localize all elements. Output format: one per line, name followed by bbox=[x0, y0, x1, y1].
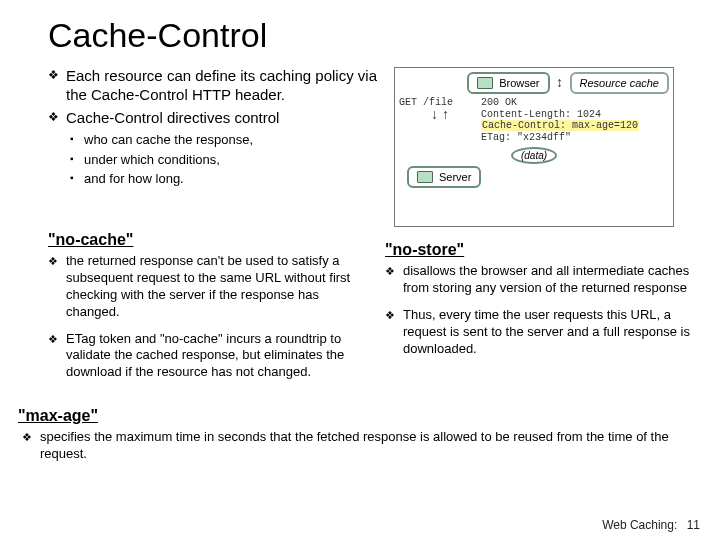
browser-label: Browser bbox=[499, 77, 539, 89]
directives-columns: "no-cache" the returned response can't b… bbox=[48, 221, 692, 391]
no-store-heading: "no-store" bbox=[385, 241, 692, 259]
top-row: Each resource can define its caching pol… bbox=[48, 67, 692, 227]
no-cache-bullet-2: ETag token and "no-cache" incurs a round… bbox=[48, 331, 355, 382]
max-age-heading: "max-age" bbox=[18, 407, 692, 425]
intro-sub-3: and for how long. bbox=[48, 170, 378, 188]
page-title: Cache-Control bbox=[48, 16, 692, 55]
intro-text-block: Each resource can define its caching pol… bbox=[48, 67, 378, 190]
data-oval: (data) bbox=[511, 147, 557, 164]
intro-bullet-1: Each resource can define its caching pol… bbox=[48, 67, 378, 105]
no-store-bullet-2: Thus, every time the user requests this … bbox=[385, 307, 692, 358]
intro-sub-2: under which conditions, bbox=[48, 151, 378, 169]
http-content-length: Content-Length: 1024 bbox=[481, 109, 669, 121]
no-store-column: "no-store" disallows the browser and all… bbox=[385, 221, 692, 367]
no-store-bullet-1: disallows the browser and all intermedia… bbox=[385, 263, 692, 297]
server-icon bbox=[417, 171, 433, 183]
cache-diagram: Browser ↕ Resource cache GET /file ↓ ↑ 2… bbox=[394, 67, 674, 227]
max-age-bullet: specifies the maximum time in seconds th… bbox=[18, 429, 692, 463]
server-label: Server bbox=[439, 171, 471, 183]
no-cache-heading: "no-cache" bbox=[48, 231, 355, 249]
slide: Cache-Control Each resource can define i… bbox=[0, 0, 720, 540]
intro-sub-1: who can cache the response, bbox=[48, 131, 378, 149]
http-status: 200 OK bbox=[481, 97, 669, 109]
intro-bullet-2: Cache-Control directives control bbox=[48, 109, 378, 128]
resource-cache-box: Resource cache bbox=[570, 72, 670, 94]
footer-label: Web Caching: bbox=[602, 518, 677, 532]
server-box: Server bbox=[407, 166, 481, 188]
http-cache-control: Cache-Control: max-age=120 bbox=[481, 120, 669, 132]
browser-box: Browser bbox=[467, 72, 549, 94]
max-age-section: "max-age" specifies the maximum time in … bbox=[18, 407, 692, 463]
slide-footer: Web Caching: 11 bbox=[602, 518, 700, 532]
monitor-icon bbox=[477, 77, 493, 89]
http-etag: ETag: "x234dff" bbox=[481, 132, 669, 144]
no-cache-bullet-1: the returned response can't be used to s… bbox=[48, 253, 355, 321]
footer-page-number: 11 bbox=[687, 518, 700, 532]
no-cache-column: "no-cache" the returned response can't b… bbox=[48, 221, 355, 391]
